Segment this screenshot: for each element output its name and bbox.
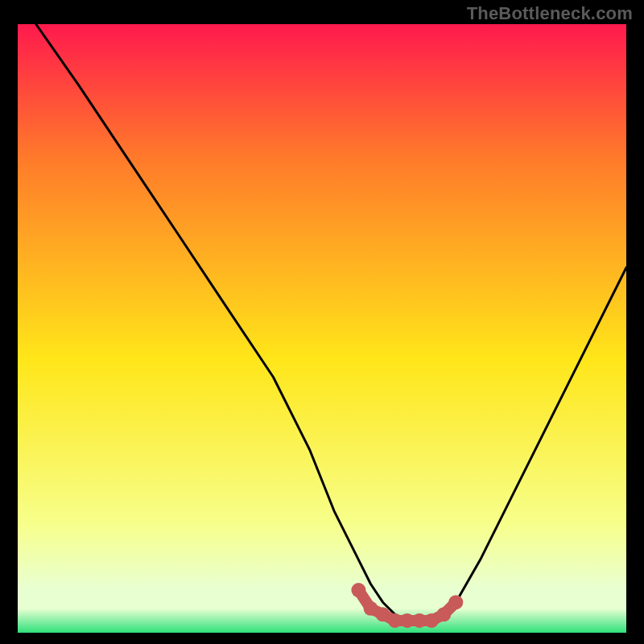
marker-dot [436,607,451,621]
plot-area [18,24,626,633]
watermark-text: TheBottleneck.com [467,3,633,24]
marker-dot [351,583,365,597]
marker-dot [448,595,463,609]
gradient-background [18,24,626,633]
chart-svg [18,24,626,633]
chart-frame: TheBottleneck.com [0,0,644,644]
